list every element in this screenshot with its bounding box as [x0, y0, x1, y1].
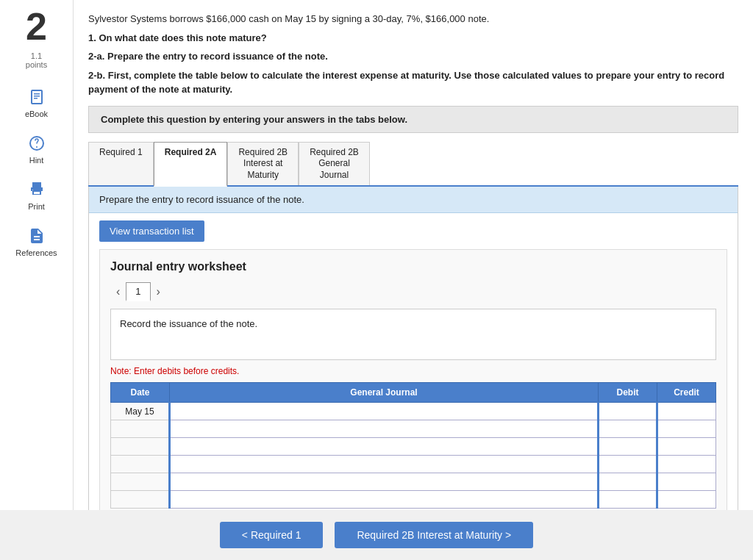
journal-cell[interactable]	[170, 473, 599, 491]
credit-cell[interactable]	[657, 491, 716, 509]
debit-cell[interactable]	[599, 438, 657, 456]
journal-input[interactable]	[175, 424, 593, 434]
debit-cell[interactable]	[599, 491, 657, 509]
credit-input[interactable]	[663, 495, 711, 505]
note-text: Note: Enter debits before credits.	[110, 366, 716, 376]
debit-cell[interactable]	[599, 403, 657, 420]
date-cell	[111, 438, 170, 456]
journal-worksheet: Journal entry worksheet ‹ 1 › Record the…	[99, 249, 727, 551]
tab-required-1[interactable]: Required 1	[88, 142, 154, 186]
worksheet-title: Journal entry worksheet	[110, 260, 716, 273]
credit-cell[interactable]	[657, 473, 716, 491]
question-number: 2	[26, 7, 47, 46]
sidebar: 2 1.1 points eBook Hint Print	[0, 0, 74, 560]
instructions-box: Complete this question by entering your …	[88, 106, 738, 133]
date-cell	[111, 456, 170, 473]
table-row	[111, 456, 716, 473]
journal-cell[interactable]	[170, 456, 599, 473]
sidebar-item-hint[interactable]: Hint	[7, 127, 66, 170]
page-number: 1	[126, 282, 150, 301]
date-cell	[111, 473, 170, 491]
credit-cell[interactable]	[657, 403, 716, 420]
prev-nav-button[interactable]: < Required 1	[220, 522, 324, 548]
credit-input[interactable]	[663, 442, 711, 452]
debit-input[interactable]	[604, 424, 652, 434]
col-header-journal: General Journal	[170, 383, 599, 403]
book-icon	[26, 87, 47, 107]
journal-cell[interactable]	[170, 438, 599, 456]
journal-input[interactable]	[175, 442, 593, 452]
sidebar-hint-label: Hint	[29, 156, 44, 165]
debit-input[interactable]	[604, 406, 652, 417]
hint-icon	[26, 133, 47, 154]
journal-input[interactable]	[175, 477, 593, 487]
col-header-debit: Debit	[599, 383, 657, 403]
journal-input[interactable]	[175, 459, 593, 470]
credit-input[interactable]	[663, 424, 711, 434]
col-header-date: Date	[111, 383, 170, 403]
bottom-nav: < Required 1 Required 2B Interest at Mat…	[0, 510, 753, 560]
credit-input[interactable]	[663, 406, 711, 417]
prev-page-button[interactable]: ‹	[110, 282, 126, 301]
problem-intro: Sylvestor Systems borrows $166,000 cash …	[88, 12, 738, 26]
debit-input[interactable]	[604, 477, 652, 487]
sidebar-references-label: References	[15, 248, 57, 257]
table-row	[111, 491, 716, 509]
table-row	[111, 420, 716, 438]
debit-cell[interactable]	[599, 420, 657, 438]
points-label: 1.1 points	[26, 51, 47, 69]
next-nav-button[interactable]: Required 2B Interest at Maturity >	[335, 522, 533, 548]
journal-input[interactable]	[175, 406, 593, 417]
tab-required-2b-interest[interactable]: Required 2BInterest atMaturity	[227, 142, 299, 186]
debit-input[interactable]	[604, 495, 652, 505]
sidebar-ebook-label: eBook	[25, 110, 48, 118]
credit-input[interactable]	[663, 459, 711, 470]
credit-cell[interactable]	[657, 438, 716, 456]
tabs-container: Required 1 Required 2A Required 2BIntere…	[88, 142, 738, 187]
q2a-label: 2-a. Prepare the entry to record issuanc…	[88, 51, 328, 62]
credit-input[interactable]	[663, 477, 711, 487]
date-cell	[111, 491, 170, 509]
date-cell	[111, 420, 170, 438]
svg-point-2	[36, 146, 38, 148]
tab-content: Prepare the entry to record issuance of …	[88, 187, 738, 560]
view-transaction-button[interactable]: View transaction list	[99, 220, 204, 242]
debit-cell[interactable]	[599, 473, 657, 491]
sidebar-item-ebook[interactable]: eBook	[7, 81, 66, 124]
col-header-credit: Credit	[657, 383, 716, 403]
tab-required-2b-general[interactable]: Required 2BGeneralJournal	[299, 142, 370, 186]
tab-instruction: Prepare the entry to record issuance of …	[89, 187, 738, 213]
table-row	[111, 473, 716, 491]
print-icon	[26, 179, 47, 200]
sidebar-print-label: Print	[28, 202, 45, 211]
debit-input[interactable]	[604, 459, 652, 470]
transaction-description: Record the issuance of the note.	[110, 309, 716, 360]
sidebar-item-references[interactable]: References	[7, 220, 66, 263]
journal-cell[interactable]	[170, 403, 599, 420]
table-row	[111, 438, 716, 456]
sidebar-item-print[interactable]: Print	[7, 173, 66, 217]
journal-cell[interactable]	[170, 491, 599, 509]
debit-input[interactable]	[604, 442, 652, 452]
journal-input[interactable]	[175, 495, 593, 505]
journal-table: Date General Journal Debit Credit May 15	[110, 382, 716, 509]
q2b-label: 2-b. First, complete the table below to …	[88, 70, 724, 96]
q1-label: 1. On what date does this note mature?	[88, 32, 267, 43]
date-cell: May 15	[111, 403, 170, 420]
debit-cell[interactable]	[599, 456, 657, 473]
references-icon	[26, 226, 47, 246]
tab-required-2a[interactable]: Required 2A	[154, 142, 228, 187]
credit-cell[interactable]	[657, 420, 716, 438]
main-content: Sylvestor Systems borrows $166,000 cash …	[74, 0, 753, 560]
table-row: May 15	[111, 403, 716, 420]
journal-cell[interactable]	[170, 420, 599, 438]
problem-text: Sylvestor Systems borrows $166,000 cash …	[88, 12, 738, 97]
credit-cell[interactable]	[657, 456, 716, 473]
page-nav: ‹ 1 ›	[110, 282, 716, 301]
next-page-button[interactable]: ›	[151, 282, 166, 301]
